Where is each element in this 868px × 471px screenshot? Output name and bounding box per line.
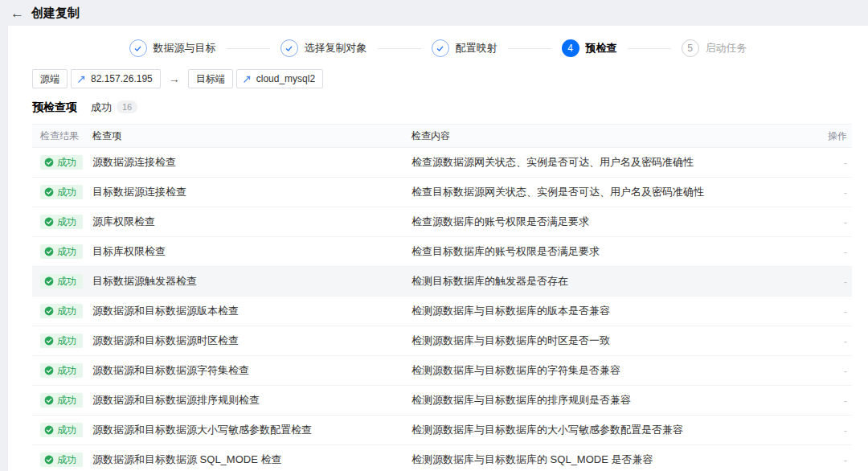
page-title: 创建复制 xyxy=(31,6,80,21)
source-tag: 源端 xyxy=(32,69,68,88)
table-row[interactable]: 成功 目标数据源触发器检查 检测目标数据库的触发器是否存在 - xyxy=(32,267,852,297)
check-item-cell: 目标数据源连接检查 xyxy=(92,185,411,199)
success-badge-label: 成功 xyxy=(57,335,76,346)
check-content-cell: 检测源数据库与目标数据库的版本是否兼容 xyxy=(411,304,816,318)
success-check-icon xyxy=(44,187,54,197)
check-item-cell: 源数据源和目标数据源字符集检查 xyxy=(92,363,411,378)
table-row[interactable]: 成功 源数据源和目标数据源排序规则检查 检测源数据库与目标数据库的排序规则是否兼… xyxy=(32,386,852,416)
datasource-icon xyxy=(77,74,87,84)
success-check-icon xyxy=(44,158,54,167)
success-badge: 成功 xyxy=(40,423,83,437)
operation-cell: - xyxy=(816,276,852,288)
success-badge: 成功 xyxy=(40,274,83,289)
success-badge: 成功 xyxy=(40,185,83,199)
wizard-stepper: 数据源与目标 选择复制对象 配置映射 4 预检查 5 启动任务 xyxy=(8,26,868,57)
success-badge: 成功 xyxy=(40,215,83,229)
precheck-status: 成功16 xyxy=(91,100,137,115)
step-label: 数据源与目标 xyxy=(154,41,216,55)
success-check-icon xyxy=(44,455,54,465)
step-mapping-config: 配置映射 xyxy=(432,39,497,57)
result-cell: 成功 xyxy=(32,363,92,378)
result-cell: 成功 xyxy=(32,215,92,229)
step-connector xyxy=(378,48,421,49)
endpoints-bar: 源端 82.157.26.195 → 目标端 cloud_mysql2 xyxy=(8,57,868,88)
precheck-count-badge: 16 xyxy=(117,100,137,113)
step-label: 选择复制对象 xyxy=(305,41,367,55)
success-badge-label: 成功 xyxy=(57,246,76,257)
step-number: 5 xyxy=(682,39,699,57)
precheck-status-text: 成功 xyxy=(91,101,112,113)
check-item-cell: 源数据源和目标数据源排序规则检查 xyxy=(92,393,411,408)
step-connector xyxy=(227,48,270,49)
check-item-cell: 源数据源和目标数据源版本检查 xyxy=(92,304,411,318)
success-badge: 成功 xyxy=(40,334,83,348)
success-badge: 成功 xyxy=(40,363,83,378)
table-row[interactable]: 成功 源库权限检查 检查源数据库的账号权限是否满足要求 - xyxy=(32,207,852,237)
step-precheck: 4 预检查 xyxy=(562,39,617,57)
success-badge-label: 成功 xyxy=(57,186,76,198)
table-row[interactable]: 成功 源数据源和目标数据源大小写敏感参数配置检查 检测源数据库与目标数据库的大小… xyxy=(32,416,852,445)
success-badge-label: 成功 xyxy=(57,276,76,287)
table-header: 检查结果 检查项 检查内容 操作 xyxy=(32,124,852,148)
table-row[interactable]: 成功 源数据源连接检查 检查源数据源网关状态、实例是否可达、用户名及密码准确性 … xyxy=(32,148,852,178)
page-header: ← 创建复制 xyxy=(0,0,868,26)
result-cell: 成功 xyxy=(32,185,92,199)
check-content-cell: 检测源数据库与目标数据库的字符集是否兼容 xyxy=(411,363,816,378)
step-done-check-icon xyxy=(129,39,147,57)
step-number: 4 xyxy=(562,39,579,57)
success-check-icon xyxy=(44,217,54,227)
operation-cell: - xyxy=(816,365,852,377)
check-item-cell: 源数据源和目标数据源时区检查 xyxy=(92,334,411,348)
step-done-check-icon xyxy=(432,39,449,57)
step-datasource-target: 数据源与目标 xyxy=(129,39,216,57)
result-cell: 成功 xyxy=(32,334,92,348)
success-badge-label: 成功 xyxy=(57,424,76,436)
operation-cell: - xyxy=(816,395,852,407)
table-row[interactable]: 成功 目标库权限检查 检查目标数据库的账号权限是否满足要求 - xyxy=(32,237,852,267)
column-header-result: 检查结果 xyxy=(32,129,92,143)
target-instance-name: cloud_mysql2 xyxy=(256,73,315,84)
success-badge: 成功 xyxy=(40,155,83,170)
column-header-content: 检查内容 xyxy=(411,129,816,143)
table-row[interactable]: 成功 源数据源和目标数据源版本检查 检测源数据库与目标数据库的版本是否兼容 - xyxy=(32,297,852,326)
success-badge-label: 成功 xyxy=(57,454,76,465)
step-connector xyxy=(628,48,671,49)
success-badge: 成功 xyxy=(40,244,83,259)
table-row[interactable]: 成功 源数据源和目标数据源 SQL_MODE 检查 检测源数据库与目标数据库的 … xyxy=(32,445,852,471)
success-check-icon xyxy=(44,425,54,435)
operation-cell: - xyxy=(816,454,852,466)
table-row[interactable]: 成功 源数据源和目标数据源字符集检查 检测源数据库与目标数据库的字符集是否兼容 … xyxy=(32,356,852,386)
table-row[interactable]: 成功 源数据源和目标数据源时区检查 检测源数据库与目标数据库的时区是否一致 - xyxy=(32,326,852,356)
back-icon[interactable]: ← xyxy=(10,6,24,20)
success-badge: 成功 xyxy=(40,393,83,408)
check-item-cell: 源库权限检查 xyxy=(92,215,411,229)
success-badge-label: 成功 xyxy=(57,395,76,406)
check-content-cell: 检查源数据库的账号权限是否满足要求 xyxy=(411,215,816,229)
success-check-icon xyxy=(44,336,54,346)
step-start-task: 5 启动任务 xyxy=(682,39,747,57)
precheck-title: 预检查项 xyxy=(32,100,77,115)
datasource-icon xyxy=(243,74,252,84)
operation-cell: - xyxy=(816,216,852,228)
success-badge: 成功 xyxy=(40,453,83,467)
success-check-icon xyxy=(44,247,54,256)
step-connector xyxy=(508,48,551,49)
arrow-right-icon: → xyxy=(169,72,180,85)
check-content-cell: 检测源数据库与目标数据库的 SQL_MODE 是否兼容 xyxy=(411,453,816,467)
success-badge-label: 成功 xyxy=(57,305,76,317)
step-label: 预检查 xyxy=(586,41,617,55)
source-instance-name: 82.157.26.195 xyxy=(91,73,153,84)
result-cell: 成功 xyxy=(32,274,92,289)
table-row[interactable]: 成功 目标数据源连接检查 检查目标数据源网关状态、实例是否可达、用户名及密码准确… xyxy=(32,178,852,207)
check-content-cell: 检测源数据库与目标数据库的排序规则是否兼容 xyxy=(411,393,816,408)
result-cell: 成功 xyxy=(32,393,92,408)
success-check-icon xyxy=(44,395,54,405)
target-tag: 目标端 xyxy=(188,69,233,88)
check-content-cell: 检查目标数据源网关状态、实例是否可达、用户名及密码准确性 xyxy=(411,185,816,199)
table-body: 成功 源数据源连接检查 检查源数据源网关状态、实例是否可达、用户名及密码准确性 … xyxy=(32,148,852,471)
success-badge-label: 成功 xyxy=(57,365,76,376)
success-badge-label: 成功 xyxy=(57,157,76,168)
check-content-cell: 检测目标数据库的触发器是否存在 xyxy=(411,274,816,289)
step-label: 配置映射 xyxy=(456,41,497,55)
check-content-cell: 检查源数据源网关状态、实例是否可达、用户名及密码准确性 xyxy=(411,155,816,170)
